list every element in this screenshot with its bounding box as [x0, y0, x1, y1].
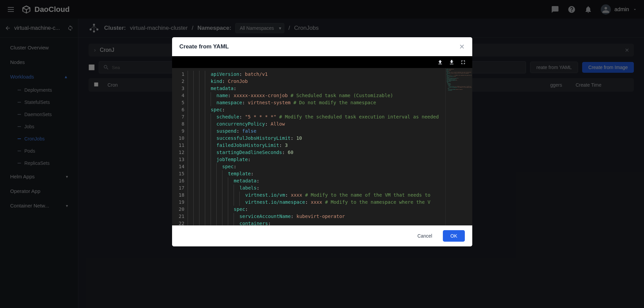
- modal-overlay: Create from YAML ✕ 123456789101112131415…: [0, 0, 644, 308]
- editor-toolbar: [172, 56, 472, 68]
- minimap[interactable]: apiVersion batch/v1kind CronJobmetadata …: [445, 68, 472, 225]
- yaml-modal: Create from YAML ✕ 123456789101112131415…: [172, 37, 472, 246]
- code-editor[interactable]: 12345678910111213141516171819202122 apiV…: [172, 68, 472, 225]
- cancel-button[interactable]: Cancel: [411, 230, 438, 242]
- modal-title: Create from YAML: [180, 43, 229, 50]
- modal-close-icon[interactable]: ✕: [459, 43, 465, 51]
- code-content[interactable]: apiVersion: batch/v1kind: CronJobmetadat…: [188, 68, 472, 225]
- line-numbers: 12345678910111213141516171819202122: [172, 68, 188, 225]
- upload-icon[interactable]: [437, 59, 443, 65]
- download-icon[interactable]: [449, 59, 455, 65]
- modal-footer: Cancel OK: [172, 225, 472, 246]
- modal-header: Create from YAML ✕: [172, 37, 472, 56]
- ok-button[interactable]: OK: [443, 230, 464, 242]
- fullscreen-icon[interactable]: [460, 59, 466, 65]
